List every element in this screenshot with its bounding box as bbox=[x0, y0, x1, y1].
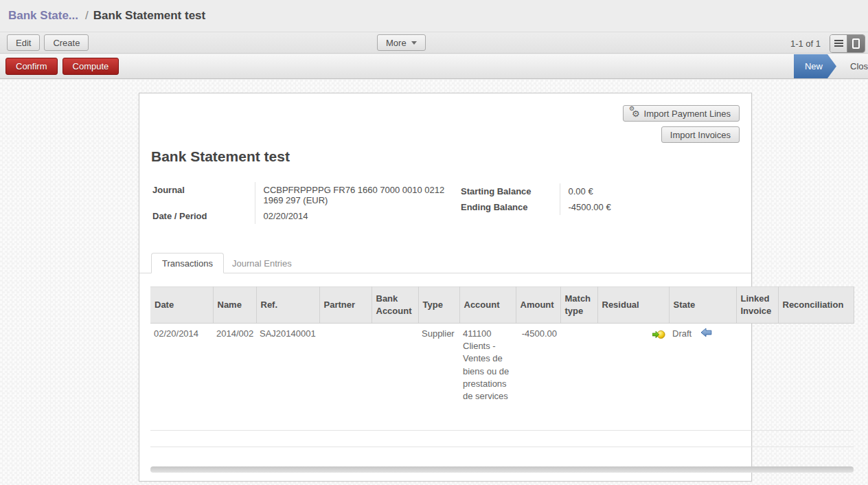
table-header-row: Date Name Ref. Partner Bank Account Type… bbox=[150, 287, 854, 324]
control-bar: Edit Create More 1-1 of 1 bbox=[0, 32, 868, 54]
cell-partner bbox=[319, 324, 372, 431]
empty-row bbox=[150, 447, 854, 466]
import-invoices-button[interactable]: Import Invoices bbox=[661, 126, 740, 143]
cell-state: Draft bbox=[669, 324, 736, 431]
more-dropdown-button[interactable]: More bbox=[377, 34, 426, 51]
import-payment-lines-label: Import Payment Lines bbox=[644, 109, 731, 119]
col-header-name[interactable]: Name bbox=[213, 287, 256, 324]
gears-icon: ⚙⚙ bbox=[632, 109, 640, 118]
col-header-bank-account[interactable]: Bank Account bbox=[372, 287, 418, 324]
col-header-type[interactable]: Type bbox=[418, 287, 459, 324]
transactions-table: Date Name Ref. Partner Bank Account Type… bbox=[150, 286, 854, 466]
starting-balance-label: Starting Balance bbox=[459, 183, 560, 199]
notebook-tabs: Transactions Journal Entries bbox=[139, 253, 751, 273]
page-title: Bank Statement test bbox=[151, 148, 290, 165]
tab-journal-entries[interactable]: Journal Entries bbox=[222, 253, 302, 273]
cell-ref: SAJ20140001 bbox=[256, 324, 319, 431]
transactions-table-wrap: Date Name Ref. Partner Bank Account Type… bbox=[150, 286, 854, 473]
state-label: Draft bbox=[672, 328, 692, 340]
bank-statement-screen: Bank State... / Bank Statement test Edit… bbox=[0, 0, 868, 485]
col-header-date[interactable]: Date bbox=[150, 287, 213, 324]
field-group-left: Journal CCBPFRPPPPG FR76 1660 7000 0010 … bbox=[151, 182, 452, 224]
compute-button[interactable]: Compute bbox=[62, 58, 119, 75]
date-period-label: Date / Period bbox=[151, 208, 255, 224]
breadcrumb-parent-link[interactable]: Bank State... bbox=[8, 9, 78, 23]
col-header-residual[interactable]: Residual bbox=[597, 287, 669, 324]
more-label: More bbox=[386, 38, 407, 48]
cell-name: 2014/002 bbox=[213, 324, 256, 431]
col-header-match-type[interactable]: Match type bbox=[560, 287, 597, 324]
journal-label: Journal bbox=[151, 182, 255, 208]
horizontal-scrollbar[interactable] bbox=[150, 466, 854, 473]
date-period-value: 02/20/2014 bbox=[255, 208, 452, 224]
cell-match-type bbox=[560, 324, 597, 431]
col-header-reconciliation[interactable]: Reconciliation bbox=[778, 287, 854, 324]
field-group-right: Starting Balance 0.00 € Ending Balance -… bbox=[459, 183, 738, 215]
blue-return-arrow-icon[interactable] bbox=[700, 328, 712, 337]
cell-type: Supplier bbox=[418, 324, 459, 431]
ending-balance-value: -4500.00 € bbox=[560, 199, 738, 215]
col-header-account[interactable]: Account bbox=[459, 287, 516, 324]
status-badge-closed: Closed bbox=[836, 61, 868, 71]
edit-button[interactable]: Edit bbox=[7, 34, 40, 51]
chevron-down-icon bbox=[411, 41, 417, 45]
view-switcher bbox=[830, 34, 865, 53]
journal-value: CCBPFRPPPPG FR76 1660 7000 0010 0212 196… bbox=[255, 182, 452, 208]
cell-date: 02/20/2014 bbox=[150, 324, 213, 431]
table-row[interactable]: 02/20/2014 2014/002 SAJ20140001 Supplier… bbox=[150, 324, 854, 431]
cell-account: 411100 Clients - Ventes de biens ou de p… bbox=[459, 324, 516, 431]
col-header-amount[interactable]: Amount bbox=[516, 287, 560, 324]
col-header-state[interactable]: State bbox=[669, 287, 736, 324]
status-bar: Confirm Compute New Closed bbox=[0, 54, 868, 79]
form-sheet: ⚙⚙ Import Payment Lines Import Invoices … bbox=[139, 93, 752, 482]
col-header-linked-invoice[interactable]: Linked Invoice bbox=[736, 287, 778, 324]
create-button[interactable]: Create bbox=[44, 34, 89, 51]
cell-reconciliation bbox=[778, 324, 854, 431]
cell-linked-invoice bbox=[736, 324, 778, 431]
col-header-ref[interactable]: Ref. bbox=[256, 287, 319, 324]
coin-arrow-icon[interactable] bbox=[652, 330, 665, 339]
ending-balance-label: Ending Balance bbox=[459, 199, 560, 215]
empty-row bbox=[150, 431, 854, 447]
list-view-button[interactable] bbox=[830, 35, 847, 52]
pager-text: 1-1 of 1 bbox=[790, 38, 821, 49]
breadcrumb: Bank State... / Bank Statement test bbox=[0, 0, 868, 32]
tab-transactions[interactable]: Transactions bbox=[151, 253, 224, 273]
import-payment-lines-button[interactable]: ⚙⚙ Import Payment Lines bbox=[623, 105, 740, 122]
col-header-partner[interactable]: Partner bbox=[319, 287, 372, 324]
starting-balance-value: 0.00 € bbox=[560, 183, 738, 199]
breadcrumb-separator: / bbox=[85, 9, 89, 23]
content-area: ⚙⚙ Import Payment Lines Import Invoices … bbox=[0, 80, 868, 485]
cell-residual bbox=[597, 324, 669, 431]
form-view-button[interactable] bbox=[847, 35, 865, 52]
confirm-button[interactable]: Confirm bbox=[5, 58, 58, 75]
breadcrumb-current: Bank Statement test bbox=[93, 9, 205, 23]
cell-amount: -4500.00 bbox=[516, 324, 560, 431]
cell-bank-account bbox=[372, 324, 418, 431]
status-badge-new: New bbox=[794, 54, 836, 78]
form-icon bbox=[852, 38, 860, 49]
list-icon bbox=[834, 40, 843, 41]
